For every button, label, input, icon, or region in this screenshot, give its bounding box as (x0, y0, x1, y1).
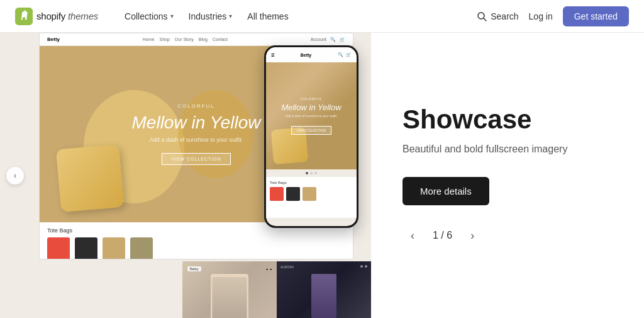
account-icon: Account (311, 37, 326, 42)
mobile-thumb-3 (303, 187, 316, 201)
thumb-figure (213, 277, 247, 318)
navbar: shopify themes Collections ▾ Industries … (0, 0, 644, 33)
bag-shape (56, 144, 124, 212)
search-button[interactable]: Search (477, 11, 518, 21)
logo-text: shopify themes (36, 11, 98, 21)
showcase-description: Beautiful and bold fullscreen imagery (402, 142, 613, 157)
mobile-dots (266, 169, 357, 177)
search-icon (477, 11, 487, 21)
nav-industries[interactable]: Industries ▾ (182, 8, 239, 25)
product-thumb-3 (103, 237, 125, 259)
next-page-button[interactable]: › (462, 225, 482, 246)
prev-page-button[interactable]: ‹ (402, 225, 423, 246)
hero-section: Betty Home Shop Our Story Blog Contact A… (0, 33, 644, 318)
thumbnail-2[interactable]: AURORA (277, 261, 371, 318)
mobile-nav: ☰ Betty 🔍 🛒 (266, 47, 357, 62)
svg-rect-1 (23, 17, 25, 21)
search-small-icon: 🔍 (330, 37, 336, 42)
mobile-menu-icon: ☰ (271, 53, 274, 57)
desktop-cta-button[interactable]: VIEW COLLECTION (162, 153, 231, 165)
desktop-brand: Betty (47, 37, 60, 42)
showcase-title: Showcase (402, 105, 613, 134)
thumb-figure-2 (311, 274, 336, 318)
product-thumb-2 (75, 237, 97, 259)
desktop-nav-links: Home Shop Our Story Blog Contact (143, 37, 228, 42)
mobile-thumb-1 (270, 187, 284, 201)
page-indicator: 1 / 6 (433, 230, 452, 241)
prev-arrow-button[interactable]: ‹ (6, 167, 24, 185)
mobile-bottom: Tote Bags (266, 177, 357, 218)
chevron-down-icon: ▾ (229, 13, 232, 20)
product-thumb-4 (130, 237, 153, 259)
logo[interactable]: shopify themes (15, 8, 98, 25)
showcase-panel: Showcase Beautiful and bold fullscreen i… (371, 33, 644, 318)
mobile-thumb-2 (286, 187, 300, 201)
svg-line-3 (484, 18, 486, 21)
mobile-cart-icon: 🛒 (346, 52, 352, 57)
login-button[interactable]: Log in (529, 11, 553, 21)
pagination: ‹ 1 / 6 › (402, 225, 613, 246)
cart-icon: 🛒 (340, 37, 345, 42)
mobile-hero-image: Colorful Mellow in Yellow Add a dash of … (266, 62, 357, 169)
mobile-cta-button[interactable]: VIEW COLLECTION (291, 126, 331, 135)
desktop-overlay: Colorful Mellow in Yellow Add a dash of … (132, 103, 261, 165)
mobile-search-icon: 🔍 (338, 52, 343, 57)
get-started-button[interactable]: Get started (563, 6, 629, 26)
product-thumb-1 (47, 237, 70, 259)
thumbnail-1[interactable]: Betty ● ● (182, 261, 277, 318)
mobile-inner: ☰ Betty 🔍 🛒 Colorful Mellow in Yellow Ad… (266, 47, 357, 226)
mobile-mockup: ☰ Betty 🔍 🛒 Colorful Mellow in Yellow Ad… (264, 45, 358, 228)
more-details-button[interactable]: More details (402, 177, 489, 205)
shopify-logo-icon (15, 8, 33, 25)
nav-right: Search Log in Get started (477, 6, 629, 26)
nav-links: Collections ▾ Industries ▾ All themes (118, 8, 477, 25)
nav-all-themes[interactable]: All themes (241, 8, 294, 25)
chevron-down-icon: ▾ (170, 13, 174, 20)
bottom-thumbnails: Betty ● ● AURORA (182, 261, 371, 318)
desktop-nav-bar: Betty Home Shop Our Story Blog Contact A… (40, 33, 353, 46)
preview-area: Betty Home Shop Our Story Blog Contact A… (0, 33, 371, 318)
nav-collections[interactable]: Collections ▾ (118, 8, 179, 25)
